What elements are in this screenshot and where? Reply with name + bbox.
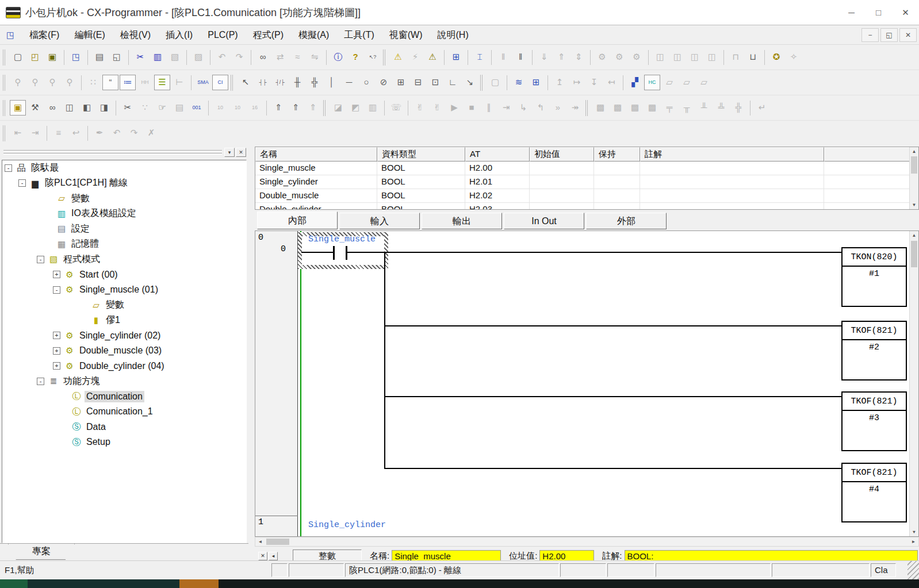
undo-icon[interactable]: ↶ [214, 49, 230, 65]
panel-dropdown-button[interactable]: ▾ [224, 148, 235, 157]
table-row-double-cylinder[interactable]: Double_cylinder BOOL H2.03 [255, 203, 918, 210]
sim-window-icon[interactable]: ◪ [330, 100, 346, 116]
address-reference-icon[interactable]: ⊞ [528, 75, 544, 90]
fb-block-1[interactable]: TKON(820) #1 [841, 247, 907, 307]
sim-fast-forward-icon[interactable]: » [550, 100, 566, 116]
tab-project[interactable]: 專案 [8, 544, 75, 560]
copy-icon[interactable]: ▥ [150, 49, 166, 65]
coil-icon[interactable]: ○ [358, 75, 374, 90]
menu-file[interactable]: 檔案(F) [22, 25, 67, 45]
fb-call-icon[interactable]: ⊡ [427, 75, 443, 90]
tree-expander-icon[interactable]: + [53, 347, 60, 355]
doc-find-icon[interactable]: ◳ [68, 49, 84, 65]
scroll-right-icon[interactable]: ► [909, 537, 918, 546]
program-force-icon[interactable]: ⚙ [611, 49, 627, 65]
search-error-icon[interactable]: ⚠ [424, 49, 441, 65]
prev-block-icon[interactable]: ⇑ [270, 100, 286, 116]
sim-copy-icon[interactable]: ◩ [347, 100, 363, 116]
window-fill-icon[interactable]: ◨ [96, 100, 112, 116]
zoom-in-icon[interactable]: ⚲ [62, 75, 78, 90]
scroll-up-icon[interactable]: ▲ [910, 231, 918, 240]
help-icon[interactable]: ? [347, 49, 363, 65]
column-header-comment[interactable]: 註解 [640, 147, 824, 162]
scroll-thumb[interactable] [266, 539, 289, 545]
jump-check-icon[interactable]: ↧ [586, 75, 602, 90]
tree-expander-icon[interactable]: + [53, 362, 60, 370]
menu-tools[interactable]: 工具(T) [336, 25, 381, 45]
find-icon[interactable]: ∞ [255, 49, 271, 65]
tree-item-project[interactable]: - 品 陔馱最 [2, 160, 246, 176]
menu-plc[interactable]: PLC(P) [200, 25, 245, 45]
view-monitor-icon[interactable]: ∞ [44, 100, 60, 116]
pause-icon[interactable]: ‖ [512, 49, 529, 65]
next-block-icon[interactable]: ⇑ [288, 100, 304, 116]
sim-step-in-icon[interactable]: ↳ [515, 100, 531, 116]
column-header-at[interactable]: AT [465, 147, 530, 162]
scroll-thumb[interactable] [911, 241, 917, 267]
tab-input[interactable]: 輸入 [339, 213, 420, 229]
editbar-close-button[interactable]: ✕ [258, 552, 267, 560]
tree-item-setup[interactable]: Ⓢ Setup [2, 435, 246, 450]
sim-list-icon[interactable]: ▥ [365, 100, 381, 116]
output-x-icon[interactable]: ▱ [679, 75, 695, 90]
tree-item-double-muscle[interactable]: + ⚙ Double_muscle (03) [2, 343, 246, 359]
tree-item-settings[interactable]: ▤ 設定 [2, 221, 246, 237]
instruction-icon[interactable]: ⊞ [393, 75, 409, 90]
panel-close-button[interactable]: ✕ [236, 148, 246, 157]
hex-view-icon[interactable]: 16 [247, 100, 263, 116]
tree-item-io-table[interactable]: ▥ IO表及模組設定 [2, 206, 246, 222]
taskbar-item-3[interactable] [179, 579, 219, 588]
transfer-from-plc-icon[interactable]: ⇑ [553, 49, 569, 65]
paste-program-icon[interactable]: ▨ [190, 49, 206, 65]
tree-item-comunication-1[interactable]: Ⓛ Comunication_1 [2, 404, 246, 420]
sim-run-icon[interactable]: ▶ [446, 100, 462, 116]
resize-grip[interactable] [907, 561, 919, 579]
tree-item-memory[interactable]: ▦ 記憶體 [2, 237, 246, 252]
tree-item-single-muscle[interactable]: - ⚙ Single_muscle (01) [2, 282, 246, 298]
align-lines-icon[interactable]: ≡ [51, 125, 67, 141]
save-icon[interactable]: ▣ [44, 49, 60, 65]
mark-clear-icon[interactable]: ✗ [143, 125, 159, 141]
toolbox-icon[interactable]: ⚒ [27, 100, 43, 116]
table-scrollbar[interactable]: ▲ ▼ [909, 147, 918, 209]
transfer-to-plc-icon[interactable]: ⇓ [536, 49, 552, 65]
column-header-type[interactable]: 資料類型 [377, 147, 465, 162]
menu-program[interactable]: 程式(P) [246, 25, 291, 45]
print-preview-icon[interactable]: ◱ [109, 49, 125, 65]
whats-this-icon[interactable]: ↖? [365, 49, 381, 65]
mnemonic-view-icon[interactable]: SMA [195, 75, 211, 90]
wrap-lines-icon[interactable]: ↩ [68, 125, 84, 141]
find-symbol-icon[interactable]: ≈ [289, 49, 305, 65]
jump-output-icon[interactable]: ↦ [569, 75, 585, 90]
replace-icon[interactable]: ⇄ [272, 49, 288, 65]
scroll-left-icon[interactable]: ◄ [255, 537, 265, 546]
sim-step-over-icon[interactable]: ↰ [533, 100, 549, 116]
menu-simulation[interactable]: 模擬(A) [291, 25, 336, 45]
symbol-stack-icon[interactable]: ≋ [511, 75, 527, 90]
time-chart-icon[interactable]: ⊔ [745, 49, 761, 65]
mark-icon[interactable]: ✒ [91, 125, 108, 141]
breakpoint-clear-icon[interactable]: ▩ [610, 100, 626, 116]
fb-block-3[interactable]: TKOF(821) #3 [841, 391, 907, 451]
print-icon[interactable]: ▤ [91, 49, 108, 65]
scroll-thumb[interactable] [911, 156, 917, 174]
memory-edit-icon[interactable]: ◫ [704, 49, 720, 65]
online-edit-send-icon[interactable]: ⌶ [472, 49, 488, 65]
tab-internal[interactable]: 內部 [257, 212, 338, 229]
signed-decimal-view-icon[interactable]: 10 [229, 100, 246, 116]
menu-edit[interactable]: 編輯(E) [67, 25, 112, 45]
window-shift-icon[interactable]: ◧ [79, 100, 95, 116]
fb-block-2[interactable]: TKOF(821) #2 [841, 321, 907, 381]
differential-clear-icon[interactable]: ╩ [713, 100, 729, 116]
differential-all-icon[interactable]: ╬ [730, 100, 746, 116]
rung1-contact-label[interactable]: Single_cylinder [308, 520, 386, 530]
tree-item-variables[interactable]: ▱ 變數 [2, 191, 246, 206]
column-header-name[interactable]: 名稱 [255, 147, 377, 162]
new-file-icon[interactable]: ▢ [10, 49, 26, 65]
io-comment-icon[interactable]: ∵ [137, 100, 153, 116]
split-window-icon[interactable]: ✂ [120, 100, 136, 116]
ci-view-icon[interactable]: CI [212, 75, 228, 90]
memory-monitor-icon[interactable]: ◫ [687, 49, 703, 65]
tree-expander-icon[interactable]: + [53, 271, 60, 278]
sim-step-end-icon[interactable]: ⇥ [498, 100, 514, 116]
